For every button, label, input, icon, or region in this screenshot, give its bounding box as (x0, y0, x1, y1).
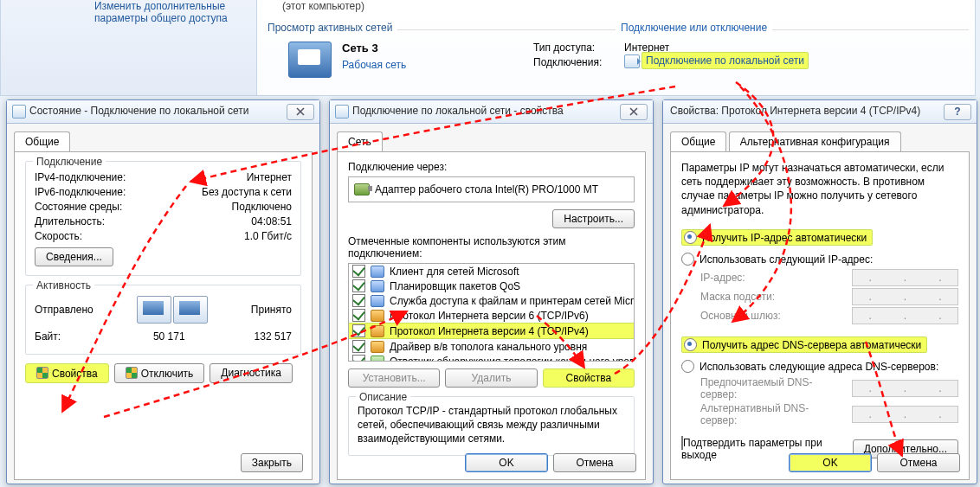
duration-value: 04:08:51 (251, 215, 292, 227)
status-title: Состояние - Подключение по локальной сет… (29, 105, 249, 117)
radio-manual-dns[interactable]: Использовать следующие адреса DNS-сервер… (681, 360, 958, 373)
components-list[interactable]: Клиент для сетей MicrosoftПланировщик па… (348, 263, 635, 362)
properties-button[interactable]: Свойства (25, 363, 109, 383)
checkbox-icon (352, 294, 365, 307)
bytes-label: Байт: (35, 330, 61, 343)
component-label: Ответчик обнаружения топологии канальног… (390, 356, 635, 362)
component-label: Драйвер в/в тополога канального уровня (390, 341, 587, 353)
activity-legend: Активность (33, 279, 94, 292)
component-properties-button[interactable]: Свойства (543, 368, 635, 388)
radio-icon (684, 338, 697, 351)
titlebar-icon (335, 105, 349, 119)
status-dialog: Состояние - Подключение по локальной сет… (6, 99, 320, 484)
component-item[interactable]: Планировщик пакетов QoS (349, 279, 634, 293)
tcp-titlebar: Свойства: Протокол Интернета версии 4 (T… (663, 100, 977, 124)
alternate-dns-label: Альтернативный DNS-сервер: (700, 402, 843, 426)
checkbox-icon (352, 340, 365, 353)
status-titlebar: Состояние - Подключение по локальной сет… (7, 100, 319, 124)
radio-icon (681, 360, 694, 373)
component-item[interactable]: Ответчик обнаружения топологии канальног… (349, 354, 634, 362)
install-button[interactable]: Установить... (348, 368, 440, 388)
radio-icon (684, 231, 697, 244)
close-button[interactable] (620, 104, 648, 120)
monitor-icon (137, 296, 171, 324)
description-fieldset: Описание Протокол TCP/IP - стандартный п… (348, 396, 635, 456)
checkbox-icon (352, 265, 365, 278)
component-icon (371, 266, 384, 278)
radio-manual-ip[interactable]: Использовать следующий IP-адрес: (681, 253, 958, 266)
tab-general[interactable]: Общие (14, 131, 70, 151)
details-button[interactable]: Сведения... (35, 247, 113, 266)
subnet-mask-label: Маска подсети: (700, 291, 843, 303)
ipv4-label: IPv4-подключение: (35, 171, 126, 183)
tcp-title: Свойства: Протокол Интернета версии 4 (T… (670, 105, 920, 117)
shield-icon (36, 367, 48, 379)
radio-icon (681, 253, 694, 266)
access-type-label: Тип доступа: (533, 42, 595, 54)
close-button[interactable] (287, 104, 314, 120)
received-label: Принято (251, 304, 292, 316)
alternate-dns-input: ... (852, 406, 958, 423)
checkbox-icon (681, 436, 683, 450)
component-item[interactable]: Драйвер в/в тополога канального уровня (349, 339, 634, 354)
lan-connection-link[interactable]: Подключение по локальной сети (642, 52, 809, 69)
component-item[interactable]: Клиент для сетей Microsoft (349, 264, 634, 279)
network-icon (288, 42, 332, 78)
preferred-dns-label: Предпочитаемый DNS-сервер: (700, 376, 843, 400)
radio-auto-dns[interactable]: Получить адрес DNS-сервера автоматически (681, 336, 927, 353)
monitor-icon (173, 296, 208, 324)
ipv4-value: Интернет (247, 171, 292, 183)
connection-fieldset: Подключение IPv4-подключение:Интернет IP… (25, 161, 301, 276)
component-label: Служба доступа к файлам и принтерам сете… (390, 295, 635, 307)
checkbox-icon (352, 309, 365, 322)
component-icon (371, 356, 384, 362)
tcp-blurb: Параметры IP могут назначаться автоматич… (681, 161, 958, 217)
component-label: Клиент для сетей Microsoft (390, 266, 519, 278)
ip-address-label: IP-адрес: (700, 272, 843, 284)
advanced-sharing-link[interactable]: Изменить дополнительные параметры общего… (94, 0, 246, 24)
component-icon (371, 325, 384, 337)
tcpip-properties-dialog: Свойства: Протокол Интернета версии 4 (T… (662, 99, 977, 484)
uninstall-button[interactable]: Удалить (445, 368, 537, 388)
connection-legend: Подключение (33, 156, 106, 168)
checkbox-icon (352, 355, 365, 362)
media-value: Подключено (232, 201, 292, 213)
component-label: Протокол Интернета версии 4 (TCP/IPv4) (390, 325, 589, 337)
activity-fieldset: Активность Отправлено Принято Байт: 50 1… (25, 285, 301, 355)
ok-button[interactable]: OK (465, 453, 548, 472)
props-title: Подключение по локальной сети - свойства (352, 105, 564, 117)
network-type-link[interactable]: Рабочая сеть (342, 59, 406, 71)
cancel-button[interactable]: Отмена (553, 453, 636, 472)
gateway-label: Основной шлюз: (700, 310, 843, 322)
ns-sidebar: Изменить дополнительные параметры общего… (1, 0, 257, 95)
help-button[interactable]: ? (944, 104, 971, 120)
adapter-name: Адаптер рабочего стола Intel(R) PRO/1000… (375, 183, 598, 195)
cancel-button[interactable]: Отмена (877, 453, 960, 472)
ipv6-value: Без доступа к сети (202, 186, 292, 198)
preferred-dns-input: ... (852, 380, 958, 397)
close-button[interactable]: Закрыть (241, 453, 303, 472)
connect-via-label: Подключение через: (348, 161, 635, 173)
ok-button[interactable]: OK (789, 453, 872, 472)
radio-auto-ip[interactable]: Получить IP-адрес автоматически (681, 229, 873, 246)
tab-general[interactable]: Общие (670, 131, 726, 151)
bytes-sent-value: 50 171 (153, 330, 185, 343)
tab-alt-config[interactable]: Альтернативная конфигурация (729, 131, 901, 151)
ip-address-input: ... (852, 269, 958, 286)
component-item[interactable]: Служба доступа к файлам и принтерам сете… (349, 293, 634, 308)
speed-value: 1.0 Гбит/с (244, 230, 292, 242)
disable-button[interactable]: Отключить (114, 363, 205, 383)
this-computer-label: (этот компьютер) (282, 0, 364, 12)
gateway-input: ... (852, 307, 958, 324)
component-icon (371, 295, 384, 307)
media-label: Состояние среды: (35, 201, 122, 213)
connect-disconnect-link[interactable]: Подключение или отключение (616, 22, 772, 34)
component-icon (371, 341, 384, 353)
component-item[interactable]: Протокол Интернета версии 4 (TCP/IPv4) (349, 323, 634, 339)
configure-button[interactable]: Настроить... (552, 209, 635, 228)
component-item[interactable]: Протокол Интернета версии 6 (TCP/IPv6) (349, 308, 634, 323)
shield-icon (126, 367, 138, 379)
diagnose-button[interactable]: Диагностика (210, 363, 293, 383)
tab-network[interactable]: Сеть (337, 131, 383, 151)
active-networks-label: Просмотр активных сетей (268, 22, 397, 34)
